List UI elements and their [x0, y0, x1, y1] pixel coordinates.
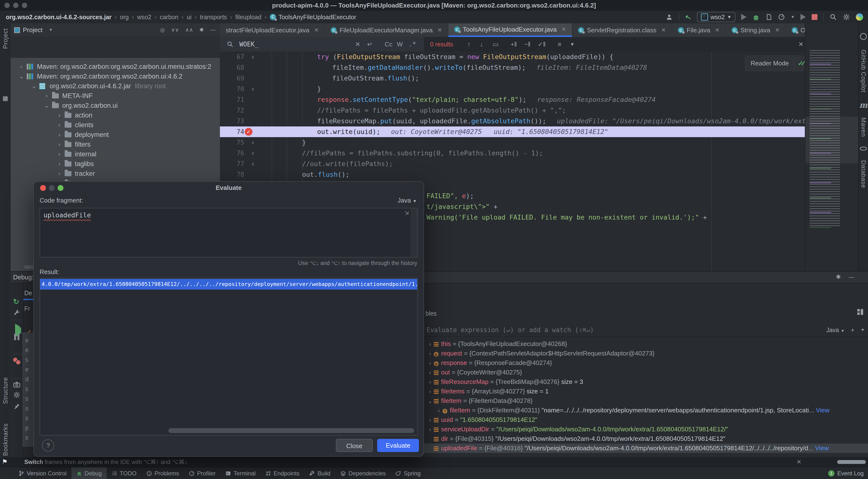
- code-line[interactable]: 68fileItem.getDataHandler().writeTo(file…: [220, 62, 805, 73]
- tree-row[interactable]: ›deployment: [11, 130, 220, 140]
- variable-name[interactable]: uuid: [441, 416, 453, 423]
- watch-input-row[interactable]: Evaluate expression (↵) or add a watch (…: [424, 324, 868, 337]
- frames-tab-fragment[interactable]: Fr: [24, 305, 30, 312]
- view-breakpoints-icon[interactable]: [13, 357, 21, 365]
- variable-row[interactable]: dir = {File@40315} "/Users/peiqi/Downloa…: [424, 434, 868, 444]
- variable-chevron-icon[interactable]: ›: [427, 358, 434, 368]
- line-number[interactable]: 69: [220, 73, 244, 84]
- line-number[interactable]: 72: [220, 105, 244, 116]
- code-line[interactable]: 67∨try (FileOutputStream fileOutStream =…: [220, 52, 805, 62]
- view-link[interactable]: View: [814, 407, 829, 414]
- variable-row[interactable]: ›presponse = {ResponseFacade@40274}: [424, 358, 868, 368]
- pause-program-icon[interactable]: [13, 333, 21, 341]
- debugger-tab-fragment[interactable]: De: [24, 290, 32, 297]
- stripe-tab-copilot[interactable]: GitHub Copilot: [860, 50, 867, 93]
- reader-mode-popup[interactable]: Reader Mode ✓✓: [745, 55, 804, 71]
- frame-row-fragment[interactable]: s: [25, 405, 28, 412]
- variable-chevron-icon[interactable]: ›: [427, 387, 434, 396]
- variable-row[interactable]: ›fileItems = {ArrayList@40277} size = 1: [424, 387, 868, 396]
- statusbar-item-todo[interactable]: TODO: [107, 467, 142, 479]
- variable-name[interactable]: uploadedFile: [441, 445, 477, 452]
- statusbar-item-endpoints[interactable]: Endpoints: [260, 467, 305, 479]
- double-check-icon[interactable]: ✓✓: [798, 59, 803, 67]
- breadcrumb-item[interactable]: wso2: [137, 13, 151, 21]
- variables-tab-fragment[interactable]: bles: [426, 310, 437, 317]
- frame-row-fragment[interactable]: e: [25, 366, 29, 373]
- tree-chevron-icon[interactable]: ›: [56, 140, 63, 149]
- tree-item-label[interactable]: clients: [75, 120, 94, 130]
- variable-name[interactable]: fileItem: [450, 407, 470, 414]
- fold-marker-icon[interactable]: ∧: [251, 137, 255, 148]
- evaluate-button[interactable]: Evaluate: [377, 439, 419, 452]
- tree-chevron-icon[interactable]: ›: [56, 159, 63, 169]
- tree-item-label[interactable]: org.wso2.carbon.ui: [62, 101, 118, 110]
- tree-row[interactable]: ›tracker: [11, 169, 220, 178]
- remove-occurrence-icon[interactable]: −‖: [524, 37, 530, 52]
- code-line[interactable]: 70∧}: [220, 84, 805, 94]
- code-fragment-input[interactable]: uploadedFile ⇲: [40, 208, 418, 258]
- code-line[interactable]: 69fileOutStream.flush();: [220, 73, 805, 84]
- add-occurrence-icon[interactable]: +‖: [510, 37, 517, 52]
- line-number[interactable]: 76: [220, 148, 244, 158]
- tree-chevron-icon[interactable]: ›: [56, 169, 63, 178]
- coverage-icon[interactable]: [766, 13, 772, 21]
- variable-chevron-icon[interactable]: ›: [427, 368, 434, 377]
- help-button[interactable]: ?: [42, 439, 54, 451]
- frame-row-fragment[interactable]: s: [25, 385, 28, 392]
- result-selected-line[interactable]: 4.0.0/tmp/work/extra/1.6508040505179814E…: [40, 279, 417, 290]
- tree-row[interactable]: ⌄org.wso2.carbon.ui: [11, 101, 220, 110]
- tree-row[interactable]: ›action: [11, 110, 220, 120]
- code-line[interactable]: 77∧//out.write(filePaths);: [220, 158, 805, 169]
- line-number[interactable]: 78: [220, 169, 244, 180]
- close-tab-icon[interactable]: ✕: [715, 27, 719, 33]
- line-number[interactable]: 75: [220, 137, 244, 148]
- maven-icon[interactable]: m: [859, 102, 868, 108]
- frame-row-fragment[interactable]: p: [25, 424, 29, 431]
- variable-row[interactable]: ›uuid = "1.6508040505179814E12": [424, 415, 868, 424]
- editor-tab[interactable]: stractFileUploadExecutor.java✕: [220, 23, 325, 37]
- find-in-selection-icon[interactable]: ▭: [493, 37, 499, 52]
- code-line[interactable]: 75∧}: [220, 137, 805, 148]
- next-occurrence-icon[interactable]: ↓: [480, 37, 483, 52]
- frame-row-fragment[interactable]: s: [25, 415, 28, 422]
- variable-row[interactable]: ›this = {ToolsAnyFileUploadExecutor@4026…: [424, 339, 868, 349]
- statusbar-item-version-control[interactable]: Version Control: [13, 467, 71, 479]
- close-notification-icon[interactable]: ✕: [797, 457, 801, 467]
- code-line[interactable]: 78out.flush();: [220, 169, 805, 180]
- variable-row[interactable]: ⌄fileItem = {FileItemData@40278}: [424, 396, 868, 406]
- pin-icon[interactable]: [13, 402, 21, 410]
- variable-name[interactable]: response: [441, 359, 467, 366]
- frame-row-fragment[interactable]: e: [25, 347, 29, 354]
- variable-chevron-icon[interactable]: ⌄: [427, 396, 434, 406]
- variable-chevron-icon[interactable]: ›: [427, 339, 434, 349]
- event-log-widget[interactable]: 1 Event Log: [828, 467, 864, 479]
- fold-marker-icon[interactable]: ∧: [251, 158, 255, 169]
- tree-chevron-icon[interactable]: ⌄: [43, 101, 50, 110]
- variable-row[interactable]: ›serviceUploadDir = "/Users/peiqi/Downlo…: [424, 424, 868, 434]
- close-find-bar-icon[interactable]: ✕: [798, 37, 804, 52]
- statusbar-item-profiler[interactable]: Profiler: [184, 467, 220, 479]
- chevron-down-icon[interactable]: ▼: [791, 15, 795, 19]
- breadcrumb-item[interactable]: fileupload: [236, 13, 261, 21]
- breadcrumb-item[interactable]: ui: [187, 13, 191, 21]
- tree-row[interactable]: ›taglibs: [11, 159, 220, 169]
- frame-row-fragment[interactable]: e: [25, 337, 29, 344]
- tree-chevron-icon[interactable]: ⌄: [18, 71, 25, 81]
- run-button[interactable]: [741, 14, 746, 20]
- window-zoom-button[interactable]: [22, 3, 27, 8]
- line-number[interactable]: 74: [220, 126, 244, 137]
- database-icon[interactable]: [860, 147, 867, 150]
- variable-row[interactable]: uploadedFile = {File@40316} "/Users/peiq…: [424, 444, 868, 453]
- variable-name[interactable]: out: [441, 369, 450, 376]
- variable-row[interactable]: ›ffileItem = {DiskFileItem@40311} "name=…: [424, 406, 868, 415]
- regex-toggle[interactable]: .*: [408, 37, 416, 52]
- user-icon[interactable]: [665, 13, 673, 21]
- tree-row[interactable]: ›internal: [11, 149, 220, 159]
- tree-row[interactable]: ⌄org.wso2.carbon.ui-4.6.2.jarlibrary roo…: [11, 81, 220, 91]
- frame-row-fragment[interactable]: d: [25, 376, 29, 383]
- variable-chevron-icon[interactable]: ›: [427, 377, 434, 387]
- tree-row[interactable]: ›META-INF: [11, 91, 220, 101]
- statusbar-item-dependencies[interactable]: Dependencies: [335, 467, 391, 479]
- whole-words-toggle[interactable]: W: [397, 37, 403, 52]
- wrench-icon[interactable]: [13, 309, 21, 317]
